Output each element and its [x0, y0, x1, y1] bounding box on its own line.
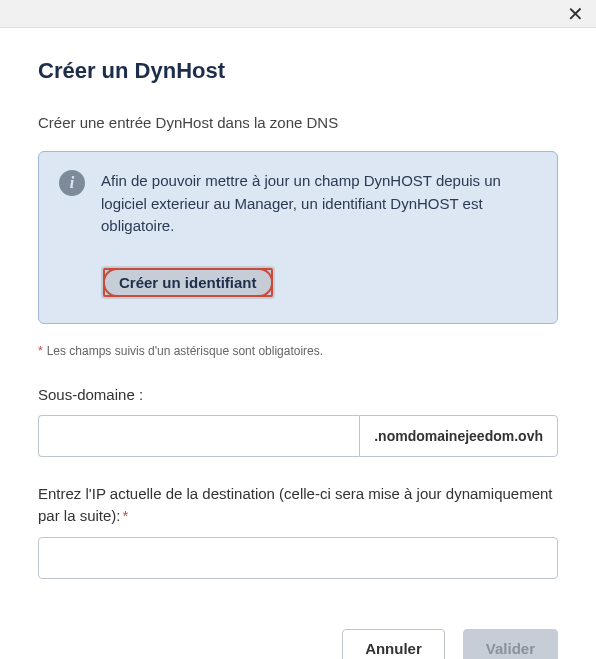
ip-label: Entrez l'IP actuelle de la destination (… [38, 483, 558, 527]
subdomain-input[interactable] [38, 415, 359, 457]
required-fields-note: *Les champs suivis d'un astérisque sont … [38, 344, 558, 358]
page-title: Créer un DynHost [38, 58, 558, 84]
info-box: i Afin de pouvoir mettre à jour un champ… [38, 151, 558, 324]
action-buttons: Annuler Valider [38, 629, 558, 659]
ip-field-group: Entrez l'IP actuelle de la destination (… [38, 483, 558, 579]
modal-top-bar: ✕ [0, 0, 596, 28]
info-text: Afin de pouvoir mettre à jour un champ D… [101, 170, 537, 238]
asterisk-icon: * [38, 344, 43, 358]
ip-input[interactable] [38, 537, 558, 579]
subdomain-label: Sous-domaine : [38, 384, 558, 406]
create-identifier-button[interactable]: Créer un identifiant [101, 266, 275, 299]
domain-suffix: .nomdomainejeedom.ovh [359, 415, 558, 457]
submit-button[interactable]: Valider [463, 629, 558, 659]
cancel-button[interactable]: Annuler [342, 629, 445, 659]
subdomain-field-group: Sous-domaine : .nomdomainejeedom.ovh [38, 384, 558, 458]
info-icon: i [59, 170, 85, 196]
close-icon[interactable]: ✕ [567, 4, 584, 24]
page-subtitle: Créer une entrée DynHost dans la zone DN… [38, 114, 558, 131]
modal-content: Créer un DynHost Créer une entrée DynHos… [0, 28, 596, 659]
asterisk-icon: * [123, 507, 129, 524]
subdomain-input-row: .nomdomainejeedom.ovh [38, 415, 558, 457]
info-body: Afin de pouvoir mettre à jour un champ D… [101, 170, 537, 299]
